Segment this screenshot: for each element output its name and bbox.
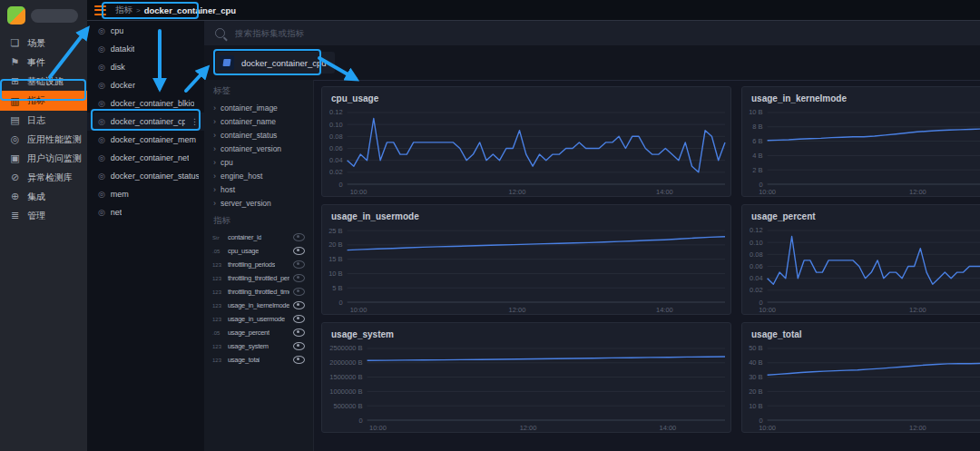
metric-set-item[interactable]: ◎ docker_container_net [87,149,204,167]
chart-title: usage_percent [751,211,816,221]
svg-text:0.12: 0.12 [329,108,343,116]
tags-panel-title: 标签 [204,80,313,101]
metric-set-item[interactable]: ◎ net [87,203,204,221]
sidebar-item-scene[interactable]: ❏ 场景 [0,34,87,53]
metric-set-label: cpu [111,26,124,35]
metric-item[interactable]: 123 usage_total [204,353,313,367]
sidebar-item-management[interactable]: ≣ 管理 [0,206,87,225]
sidebar-nav: ❏ 场景 ⚑ 事件 ⊞ 基础设施 ▥ 指标 ▤ 日志 ◎ 应用性能监测 ▣ 用户… [0,30,87,225]
metric-item[interactable]: 123 throttling_throttled_time [204,285,313,299]
tag-item[interactable]: › container_version [204,142,313,155]
chart-card-usage_in_usermode[interactable]: usage_in_usermode05 B10 B15 B20 B25 B10:… [321,204,731,315]
chart-title: usage_system [331,329,394,339]
chart-card-cpu_usage[interactable]: cpu_usage00.020.040.060.080.100.1210:001… [321,86,731,197]
sidebar-item-metrics[interactable]: ▥ 指标 [0,91,87,111]
metric-set-item[interactable]: ◎ docker_container_blkio [87,94,204,113]
metric-set-icon [220,55,234,70]
metric-set-gauge-icon: ◎ [98,81,105,90]
metric-set-label: docker [111,81,135,90]
eye-icon[interactable] [293,356,305,364]
metric-item[interactable]: .05 cpu_usage [204,244,313,258]
hamburger-menu-icon[interactable] [94,3,106,17]
svg-text:14:00: 14:00 [656,306,673,314]
svg-text:0.06: 0.06 [329,144,343,152]
metric-set-label: net [111,208,122,217]
metric-item[interactable]: 123 throttling_throttled_peri... [204,271,313,285]
metric-type-icon: 123 [212,317,224,322]
svg-text:0.04: 0.04 [750,274,763,282]
metric-item[interactable]: 123 throttling_periods [204,258,313,271]
svg-text:2500000 B: 2500000 B [329,344,362,352]
app-logo-icon[interactable] [7,6,25,25]
metric-item[interactable]: 123 usage_system [204,339,313,353]
tags-list: › container_image › container_name › con… [204,101,313,210]
metric-item[interactable]: 123 usage_in_usermode [204,312,313,326]
chart-card-usage_percent[interactable]: usage_percent00.020.040.060.080.100.1210… [741,204,980,315]
metric-set-label: mem [111,190,129,199]
sidebar-item-rum[interactable]: ▣ 用户访问监测 [0,149,87,168]
tag-item[interactable]: › host [204,182,313,196]
chart-card-usage_system[interactable]: usage_system0500000 B1000000 B1500000 B2… [321,322,731,433]
svg-text:6 B: 6 B [752,137,762,145]
tag-item[interactable]: › container_status [204,128,313,142]
sidebar-item-logs[interactable]: ▤ 日志 [0,111,87,130]
chart-title: usage_in_usermode [331,211,419,221]
metric-set-item[interactable]: ◎ docker_container_cpu ⋮ [87,113,204,131]
chart-plot: 00.020.040.060.080.100.1210:0012:00 [742,205,980,315]
metric-set-item[interactable]: ◎ docker_container_status [87,167,204,185]
tag-item[interactable]: › container_image [204,101,313,114]
eye-icon[interactable] [293,328,305,337]
metric-set-item[interactable]: ◎ datakit [87,40,204,58]
metric-item[interactable]: 123 usage_in_kernelmode [204,299,313,312]
eye-icon[interactable] [293,301,305,309]
sidebar-item-apm[interactable]: ◎ 应用性能监测 [0,130,87,149]
sidebar: ❏ 场景 ⚑ 事件 ⊞ 基础设施 ▥ 指标 ▤ 日志 ◎ 应用性能监测 ▣ 用户… [0,0,87,451]
metric-item[interactable]: .05 usage_percent [204,326,313,339]
chart-plot: 05 B10 B15 B20 B25 B10:0012:0014:00 [322,205,731,315]
svg-text:0: 0 [358,417,362,425]
tag-item[interactable]: › engine_host [204,169,313,182]
logo-row [0,0,87,30]
metric-set-item[interactable]: ◎ docker_container_mem [87,131,204,149]
tag-item[interactable]: › container_name [204,114,313,128]
breadcrumb-section[interactable]: 指标 [115,5,132,16]
kebab-menu-icon[interactable]: ⋮ [191,117,199,126]
svg-text:15 B: 15 B [328,255,342,263]
logs-icon: ▤ [9,114,21,126]
workspace-selector[interactable] [31,9,78,23]
eye-icon[interactable] [293,288,305,296]
metric-set-item[interactable]: ◎ cpu [87,22,204,40]
management-icon: ≣ [9,210,21,221]
sidebar-item-anomaly[interactable]: ⊘ 异常检测库 [0,168,87,187]
search-input[interactable] [233,27,509,39]
eye-icon[interactable] [293,247,305,255]
metric-set-list-panel: ◎ cpu ◎ datakit ◎ disk ◎ docker ◎ docker… [87,20,205,451]
metric-set-item[interactable]: ◎ mem [87,185,204,203]
svg-text:0: 0 [338,181,342,189]
metric-set-gauge-icon: ◎ [98,208,105,217]
flag-icon: ⚑ [9,56,21,68]
metric-set-item[interactable]: ◎ docker [87,76,204,94]
sidebar-item-event[interactable]: ⚑ 事件 [0,53,87,72]
eye-icon[interactable] [293,342,305,350]
svg-text:14:00: 14:00 [660,424,677,432]
tag-item[interactable]: › cpu [204,155,313,169]
metric-set-item[interactable]: ◎ disk [87,58,204,76]
metric-item[interactable]: Str container_id [204,230,313,244]
breadcrumb-current: docker_container_cpu [144,5,236,15]
sidebar-item-infrastructure[interactable]: ⊞ 基础设施 [0,72,87,91]
eye-icon[interactable] [293,233,305,241]
sidebar-item-label: 应用性能监测 [27,133,82,146]
eye-icon[interactable] [293,260,305,269]
sidebar-item-integration[interactable]: ⊕ 集成 [0,187,87,206]
chart-plot: 0500000 B1000000 B1500000 B2000000 B2500… [322,323,731,433]
eye-icon[interactable] [293,274,305,282]
tag-item[interactable]: › server_version [204,196,313,210]
selected-metric-set-chip[interactable]: docker_container_cpu [216,52,335,74]
anomaly-icon: ⊘ [9,172,21,183]
chart-card-usage_total[interactable]: usage_total010 B20 B30 B40 B50 B10:0012:… [741,322,980,433]
chip-label: docker_container_cpu [241,58,326,68]
eye-icon[interactable] [293,315,305,323]
svg-text:0.08: 0.08 [750,250,763,259]
chart-card-usage_in_kernelmode[interactable]: usage_in_kernelmode02 B4 B6 B8 B10 B10:0… [741,86,980,197]
